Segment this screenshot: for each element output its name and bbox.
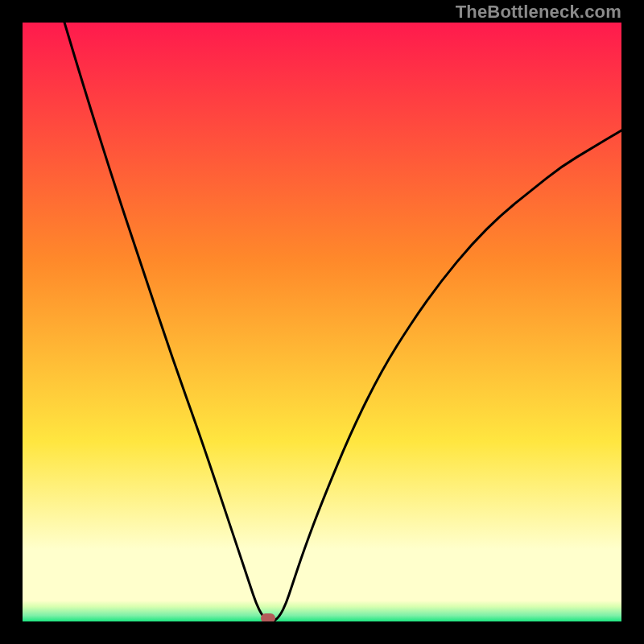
curve-layer [23, 23, 621, 621]
watermark-text: TheBottleneck.com [456, 2, 621, 23]
bottleneck-curve [64, 23, 621, 621]
minimum-dot-icon [261, 613, 275, 621]
plot-area [23, 23, 621, 621]
chart-frame: TheBottleneck.com [0, 0, 644, 644]
